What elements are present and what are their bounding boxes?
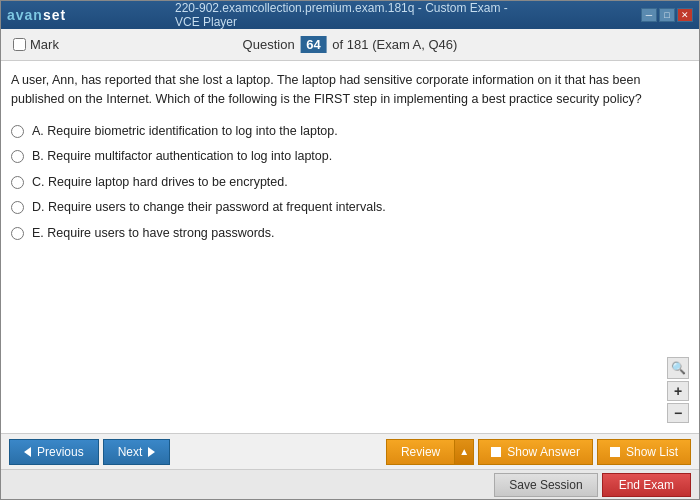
show-answer-icon [491,447,501,457]
answer-text-b: B. Require multifactor authentication to… [32,148,332,166]
maximize-button[interactable]: □ [659,8,675,22]
answer-option-c[interactable]: C. Require laptop hard drives to be encr… [11,174,684,192]
show-list-icon [610,447,620,457]
question-exam-info: (Exam A, Q46) [372,37,457,52]
show-answer-button[interactable]: Show Answer [478,439,593,465]
mark-checkbox[interactable]: Mark [13,37,59,52]
previous-arrow-icon [24,447,31,457]
question-total: of 181 [332,37,368,52]
question-number-badge: 64 [300,36,326,53]
window-title: 220-902.examcollection.premium.exam.181q… [175,1,525,29]
radio-c[interactable] [11,176,24,189]
answer-option-a[interactable]: A. Require biometric identification to l… [11,123,684,141]
radio-e[interactable] [11,227,24,240]
title-bar-left: avanset [7,7,66,23]
bottom-toolbar-2: Save Session End Exam [1,469,699,499]
mark-label: Mark [30,37,59,52]
zoom-search-icon[interactable]: 🔍 [667,357,689,379]
question-area: A user, Ann, has reported that she lost … [1,61,699,433]
question-text: A user, Ann, has reported that she lost … [11,71,684,109]
review-button[interactable]: Review [386,439,454,465]
radio-d[interactable] [11,201,24,214]
answer-text-d: D. Require users to change their passwor… [32,199,386,217]
next-arrow-icon [148,447,155,457]
show-list-button[interactable]: Show List [597,439,691,465]
app-logo: avanset [7,7,66,23]
end-exam-button[interactable]: End Exam [602,473,691,497]
zoom-out-button[interactable]: − [667,403,689,423]
review-split-button: Review ▲ [386,439,474,465]
review-dropdown-button[interactable]: ▲ [454,439,474,465]
zoom-in-button[interactable]: + [667,381,689,401]
bottom-toolbar-1: Previous Next Review ▲ Show Answer Show … [1,433,699,469]
answer-text-c: C. Require laptop hard drives to be encr… [32,174,288,192]
answer-text-a: A. Require biometric identification to l… [32,123,338,141]
answer-text-e: E. Require users to have strong password… [32,225,275,243]
header-bar: Mark Question 64 of 181 (Exam A, Q46) [1,29,699,61]
answer-option-d[interactable]: D. Require users to change their passwor… [11,199,684,217]
previous-button[interactable]: Previous [9,439,99,465]
content-area: A user, Ann, has reported that she lost … [1,61,699,433]
close-button[interactable]: ✕ [677,8,693,22]
zoom-controls: 🔍 + − [667,357,689,423]
save-session-button[interactable]: Save Session [494,473,597,497]
title-bar: avanset 220-902.examcollection.premium.e… [1,1,699,29]
answer-option-b[interactable]: B. Require multifactor authentication to… [11,148,684,166]
minimize-button[interactable]: ─ [641,8,657,22]
mark-input[interactable] [13,38,26,51]
radio-b[interactable] [11,150,24,163]
window-controls: ─ □ ✕ [641,8,693,22]
radio-a[interactable] [11,125,24,138]
app-window: avanset 220-902.examcollection.premium.e… [0,0,700,500]
question-info: Question 64 of 181 (Exam A, Q46) [243,36,458,53]
answer-option-e[interactable]: E. Require users to have strong password… [11,225,684,243]
question-label: Question [243,37,295,52]
next-button[interactable]: Next [103,439,171,465]
